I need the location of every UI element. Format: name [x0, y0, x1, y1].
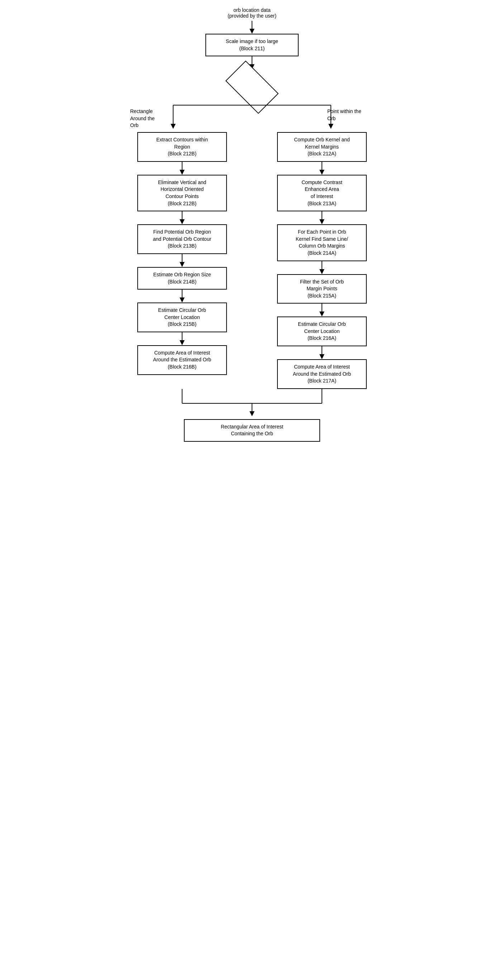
block-216B: Compute Area of Interest Around the Esti…: [137, 345, 227, 375]
arrow-l3: [179, 254, 186, 267]
svg-marker-23: [319, 219, 325, 224]
svg-marker-15: [179, 262, 185, 267]
decision-diamond: [216, 69, 288, 105]
branch-section: Rectangle Around the Orb Point within th…: [130, 105, 374, 129]
svg-marker-1: [249, 29, 255, 34]
block-215B: Estimate Circular Orb Center Location (B…: [137, 302, 227, 332]
block-217A: Compute Area of Interest Around the Esti…: [277, 359, 367, 389]
arrow-l5: [179, 332, 186, 345]
svg-marker-29: [319, 354, 325, 359]
arrow-l4: [179, 290, 186, 302]
right-column: Compute Orb Kernel and Kernel Margins (B…: [270, 132, 374, 389]
arrow-l1: [179, 162, 186, 175]
block-214B: Estimate Orb Region Size (Block 214B): [137, 267, 227, 290]
block-216A: Estimate Circular Orb Center Location (B…: [277, 317, 367, 346]
arrow-r5: [318, 346, 325, 359]
block-215A: Filter the Set of Orb Margin Points (Blo…: [277, 274, 367, 304]
branch-lines: [130, 105, 374, 134]
block-211: Scale image if too large (Block 211): [205, 34, 299, 56]
svg-marker-25: [319, 269, 325, 274]
svg-marker-34: [249, 411, 255, 416]
arrow-r1: [318, 162, 325, 175]
block-213B: Find Potential Orb Region and Potential …: [137, 224, 227, 254]
svg-marker-27: [319, 312, 325, 317]
svg-marker-7: [171, 124, 176, 129]
left-column: Extract Contours within Region (Block 21…: [130, 132, 234, 375]
block-212A: Compute Orb Kernel and Kernel Margins (B…: [277, 132, 367, 162]
arrow-r2: [318, 212, 325, 224]
merge-section: [130, 389, 374, 418]
svg-marker-17: [179, 298, 185, 302]
top-label: orb location data (provided by the user): [228, 7, 276, 19]
two-columns: Extract Contours within Region (Block 21…: [130, 132, 374, 389]
svg-marker-21: [319, 170, 325, 175]
bottom-box: Rectangular Area of Interest Containing …: [184, 419, 320, 442]
block-213A: Compute Contrast Enhanced Area of Intere…: [277, 175, 367, 212]
svg-marker-9: [328, 124, 333, 129]
arrow-r3: [318, 261, 325, 274]
merge-lines: [130, 389, 374, 418]
svg-marker-11: [179, 170, 185, 175]
block-212B-a: Extract Contours within Region (Block 21…: [137, 132, 227, 162]
arrow-r4: [318, 304, 325, 317]
block-212B-b: Eliminate Vertical and Horizontal Orient…: [137, 175, 227, 212]
arrow-l2: [179, 212, 186, 224]
flowchart: orb location data (provided by the user)…: [123, 7, 381, 442]
svg-marker-13: [179, 219, 185, 224]
arrow-to-211: [249, 21, 255, 34]
svg-marker-19: [179, 340, 185, 345]
block-214A: For Each Point in Orb Kernel Find Same L…: [277, 224, 367, 261]
